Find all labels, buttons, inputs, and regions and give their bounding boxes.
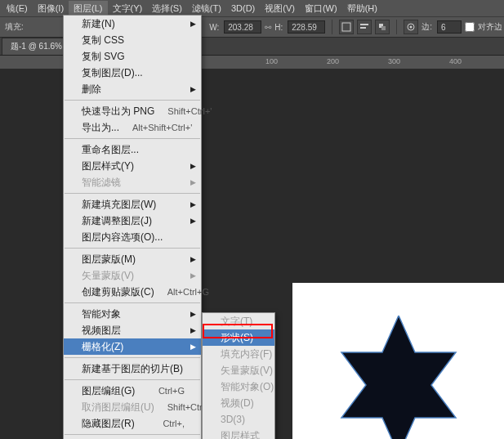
- submenu-item[interactable]: 形状(S): [203, 329, 274, 346]
- menu-item: 取消图层编组(U)Shift+Ctrl+G: [64, 399, 201, 415]
- menu-image[interactable]: 图像(I): [33, 1, 69, 16]
- submenu-item: 视频(D): [203, 395, 274, 411]
- submenu-arrow-icon: ▶: [190, 255, 196, 263]
- submenu-arrow-icon: ▶: [190, 343, 196, 351]
- menu-item[interactable]: 图层样式(Y)▶: [64, 158, 201, 174]
- layer-menu[interactable]: 新建(N)▶复制 CSS复制 SVG复制图层(D)...删除▶快速导出为 PNG…: [63, 15, 202, 439]
- submenu-arrow-icon: ▶: [190, 20, 196, 28]
- menu-item[interactable]: 智能对象▶: [64, 306, 201, 322]
- menu-select[interactable]: 选择(S): [147, 1, 187, 16]
- ruler-tick: 400: [449, 57, 462, 65]
- menu-item: 智能滤镜▶: [64, 174, 201, 190]
- menu-item[interactable]: 导出为...Alt+Shift+Ctrl+': [64, 119, 201, 136]
- menu-item[interactable]: 栅格化(Z)▶: [64, 338, 201, 355]
- menu-item[interactable]: 图层编组(G)Ctrl+G: [64, 383, 201, 399]
- menu-item[interactable]: 新建填充图层(W)▶: [64, 196, 201, 213]
- edge-input[interactable]: [437, 20, 462, 34]
- menu-edit[interactable]: 镜(E): [2, 1, 33, 16]
- fill-label: 填充:: [5, 21, 24, 33]
- menu-item[interactable]: 快速导出为 PNGShift+Ctrl+': [64, 103, 201, 119]
- menu-filter[interactable]: 滤镜(T): [187, 1, 226, 16]
- menu-item[interactable]: 图层蒙版(M)▶: [64, 251, 201, 267]
- width-input[interactable]: [224, 20, 261, 34]
- svg-rect-2: [360, 27, 366, 29]
- svg-rect-4: [381, 26, 386, 30]
- submenu-arrow-icon: ▶: [190, 271, 196, 280]
- submenu-arrow-icon: ▶: [190, 162, 196, 170]
- menu-item[interactable]: 复制图层(D)...: [64, 65, 201, 81]
- menu-view[interactable]: 视图(V): [260, 1, 300, 16]
- arrange-icon[interactable]: [375, 20, 390, 34]
- submenu-arrow-icon: ▶: [190, 178, 196, 186]
- menu-item: 矢量蒙版(V)▶: [64, 267, 201, 284]
- menubar: 镜(E) 图像(I) 图层(L) 文字(Y) 选择(S) 滤镜(T) 3D(D)…: [0, 0, 504, 16]
- ruler-tick: 200: [327, 57, 339, 65]
- rasterize-submenu[interactable]: 文字(T)形状(S)填充内容(F)矢量蒙版(V)智能对象(O)视频(D)3D(3…: [202, 312, 275, 439]
- edge-label: 边:: [421, 21, 432, 33]
- menu-item[interactable]: 新建(N)▶: [64, 16, 201, 32]
- submenu-item: 填充内容(F): [203, 346, 274, 362]
- submenu-item: 3D(3): [203, 411, 274, 428]
- menu-window[interactable]: 窗口(W): [300, 1, 342, 16]
- align-icon[interactable]: [357, 20, 372, 34]
- path-ops-icon[interactable]: [339, 20, 354, 34]
- menu-item[interactable]: 图层内容选项(O)...: [64, 229, 201, 245]
- gear-icon[interactable]: [404, 20, 418, 34]
- submenu-arrow-icon: ▶: [190, 200, 196, 208]
- star-shape[interactable]: [333, 316, 464, 439]
- width-label: W:: [209, 23, 219, 32]
- submenu-arrow-icon: ▶: [190, 310, 196, 318]
- menu-item[interactable]: 复制 CSS: [64, 32, 201, 48]
- menu-item[interactable]: 创建剪贴蒙版(C)Alt+Ctrl+G: [64, 284, 201, 300]
- menu-item[interactable]: 新建调整图层(J)▶: [64, 213, 201, 229]
- canvas[interactable]: [292, 283, 504, 439]
- menu-item[interactable]: 新建基于图层的切片(B): [64, 361, 201, 377]
- link-icon[interactable]: ⚯: [265, 23, 271, 32]
- menu-type[interactable]: 文字(Y): [108, 1, 148, 16]
- height-input[interactable]: [288, 20, 325, 34]
- menu-help[interactable]: 帮助(H): [342, 1, 382, 16]
- height-label: H:: [274, 23, 283, 32]
- menu-3d[interactable]: 3D(D): [226, 2, 260, 15]
- svg-marker-7: [341, 316, 456, 439]
- submenu-item: 智能对象(O): [203, 379, 274, 395]
- submenu-item: 文字(T): [203, 313, 274, 329]
- menu-item[interactable]: 隐藏图层(R)Ctrl+,: [64, 415, 201, 432]
- submenu-arrow-icon: ▶: [190, 85, 196, 93]
- align-edge-label: 对齐边: [478, 21, 502, 33]
- menu-layer[interactable]: 图层(L): [69, 1, 107, 16]
- menu-item[interactable]: 视频图层▶: [64, 322, 201, 338]
- submenu-arrow-icon: ▶: [190, 326, 196, 334]
- align-edge-checkbox[interactable]: [465, 22, 475, 32]
- submenu-arrow-icon: ▶: [190, 217, 196, 225]
- svg-point-6: [410, 26, 413, 29]
- menu-item[interactable]: 重命名图层...: [64, 141, 201, 158]
- submenu-item: 图层样式: [203, 428, 274, 439]
- menu-item[interactable]: 删除▶: [64, 81, 201, 97]
- ruler-tick: 100: [265, 57, 278, 65]
- menu-item[interactable]: 复制 SVG: [64, 48, 201, 65]
- svg-rect-0: [342, 23, 350, 31]
- svg-rect-1: [360, 24, 368, 25]
- ruler-tick: 300: [388, 57, 400, 65]
- submenu-item: 矢量蒙版(V): [203, 362, 274, 379]
